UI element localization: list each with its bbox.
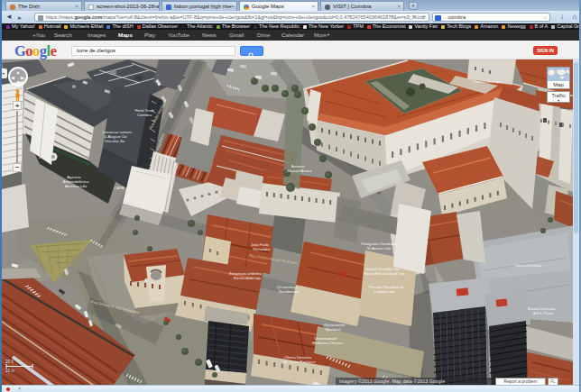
svg-text:M. Jesus Pacheco: M. Jesus Pacheco [283, 360, 316, 364]
svg-text:Veiculos Sa: Veiculos Sa [105, 139, 125, 143]
svg-text:CAPA: CAPA [114, 186, 124, 190]
svg-text:Bairro Electricidade Lda: Bairro Electricidade Lda [364, 271, 405, 276]
svg-text:St.Amaro Lda: St.Amaro Lda [367, 246, 392, 251]
svg-text:Fernandes: Fernandes [253, 247, 270, 251]
svg-text:Electricidade Lda: Electricidade Lda [234, 276, 262, 280]
svg-text:Manuel Amaut: Manuel Amaut [287, 169, 312, 173]
svg-text:Clinica Dentara: Clinica Dentara [514, 263, 541, 268]
svg-text:Câmara Municipal: Câmara Municipal [473, 79, 502, 84]
svg-text:Coimbra: Coimbra [137, 113, 152, 117]
svg-text:Nacional: Nacional [326, 327, 341, 332]
svg-text:Larbelo Lda: Larbelo Lda [374, 289, 395, 294]
svg-text:Medicina Chinesa: Medicina Chinesa [312, 341, 344, 345]
svg-text:A.F.S. Paulo: A.F.S. Paulo [533, 311, 554, 315]
svg-text:America Lda: America Lda [65, 184, 88, 188]
svg-text:Residencial: Residencial [279, 289, 299, 294]
